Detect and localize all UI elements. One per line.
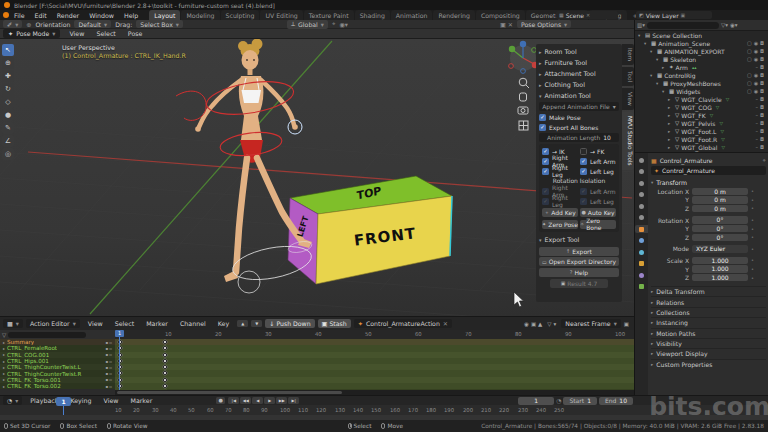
properties-tab[interactable] [635,248,648,256]
tool-button[interactable]: ● [2,109,14,121]
viewport-menu-item[interactable]: Select [91,29,120,38]
playhead-line[interactable] [119,330,120,390]
tool-button[interactable]: ⊕ [2,57,14,69]
workspace-tab[interactable]: Rendering [433,10,475,20]
keyframe-area[interactable]: 102030405060708090100 [115,330,634,396]
append-animation-file-dropdown[interactable]: Append Animation File▾ [539,102,619,111]
orientation-dropdown[interactable]: Default▾ [74,20,111,28]
outliner-editor-icon[interactable]: ▥▾ [637,22,645,28]
collapsed-panel-header[interactable]: ▸ Instancing [651,317,766,327]
menu-item[interactable]: Window [84,11,119,20]
channel-toggle-icons[interactable]: ▪▫ [106,352,113,357]
iso-limb-checkbox[interactable]: ✓Left Leg [580,196,616,206]
transport-button[interactable]: ▶ [264,397,275,404]
channel-expander-icon[interactable]: ▸ [3,352,5,357]
animate-decorator-icon[interactable]: • [751,205,754,211]
end-frame-field[interactable]: End10 [599,397,633,405]
dope-sheet-menu-item[interactable]: Key [213,319,234,328]
channel-expander-icon[interactable]: ▸ [3,377,5,382]
pin-icon[interactable]: ⌖ [763,156,766,164]
animate-decorator-icon[interactable]: • [751,246,754,252]
collapsed-panel-header[interactable]: ▸ Visibility [651,338,766,348]
outliner-row[interactable]: ▸ ▽ WGT_COG ▽ –◘ [635,103,768,111]
tool-button[interactable]: ◇ [2,96,14,108]
section-furniture-tool[interactable]: ▸Furniture Tool [539,57,619,68]
properties-tab[interactable] [635,271,648,279]
scene-selector[interactable]: ▦ Scene ✕ [556,11,618,19]
channel-toggle-icons[interactable]: ▪▫ [106,346,113,351]
channel-toggle-icons[interactable]: ▪▫ [106,340,113,345]
channel-expander-icon[interactable]: ▸ [3,359,5,364]
section-animation-tool[interactable]: ▾Animation Tool [539,90,619,101]
timeline-ruler[interactable]: 1020304050607080901001101201301401501601… [0,405,768,415]
outliner-filter-icon[interactable]: ▽▾ [721,22,728,28]
channel-expander-icon[interactable]: ▸ [3,371,5,376]
keyframe-diamond[interactable] [162,358,168,364]
overlay-toggle-icon[interactable]: ▣ ✕ [500,21,513,28]
value-field[interactable]: 0 m [692,205,748,212]
transport-button[interactable]: ◀◀ [240,397,251,404]
add-key-button[interactable]: ＋Add Key [542,208,578,217]
to-fk-checkbox[interactable]: ✓→ FK [580,146,616,156]
animate-decorator-icon[interactable]: • [751,266,754,272]
animate-decorator-icon[interactable]: • [751,217,754,223]
sidebar-tab[interactable]: MVU Studio Tools [622,112,634,170]
keyframe-row[interactable] [115,383,634,389]
visibility-icons[interactable]: –◘ [756,112,766,118]
auto-key-button[interactable]: ●Auto Key [580,208,616,217]
snap-mode-dropdown[interactable]: Nearest Frame▾ [561,319,620,328]
properties-tab[interactable] [635,260,648,268]
properties-tab[interactable] [635,214,648,222]
transport-button[interactable]: ◀ [252,397,263,404]
zero-bone-button[interactable]: ✧Zero Bone [580,220,616,229]
outliner-row[interactable]: ▸ ▽ WGT_FK ▽ –◘ [635,111,768,119]
outliner-row[interactable]: ▾ ▦ ANIMATION_EXPORT ▢◉◘ [635,47,768,55]
visibility-icons[interactable]: ▢◉◘ [747,88,766,94]
unlink-icon[interactable]: ✕ [586,12,590,18]
dope-sheet-ruler[interactable]: 102030405060708090100 [115,330,634,339]
channel-row[interactable]: ▸ CTRL_FK_Torso.002 ▪▫ [0,383,115,389]
animate-decorator-icon[interactable]: • [751,188,754,194]
keyframe-diamond[interactable] [162,383,168,389]
visibility-icons[interactable]: –◘ [756,104,766,110]
outliner-display-mode-icon[interactable]: ◉▾ [730,22,738,28]
channel-toggle-icons[interactable]: ▪▫ [106,359,113,364]
channel-toggle-icons[interactable]: ▪▫ [106,371,113,376]
workspace-tab[interactable]: Texture Paint [304,10,354,20]
visibility-icons[interactable]: ▢◉◘ [747,48,766,54]
action-editor-mode-dropdown[interactable]: Action Editor▾ [26,319,80,328]
tool-button[interactable]: ↖ [2,44,14,56]
value-field[interactable]: XYZ Euler [692,245,748,252]
outliner-row[interactable]: ▾ ▦ ProxyMeshBones ▢◉◘ [635,79,768,87]
visibility-icons[interactable]: ▢◉◘ [747,56,766,62]
outliner-row[interactable]: ▸ ▽ WGT_Pelvis ▽ –◘ [635,119,768,127]
keyframe-diamond[interactable] [162,352,168,358]
viewport-menu-item[interactable]: View [64,29,89,38]
snap-and-proportional-icons[interactable]: ◉▣▲ [524,321,544,327]
channel-expander-icon[interactable]: ▸ [3,365,5,370]
auto-keying-toggle[interactable]: ● [216,397,225,404]
workspace-tab[interactable]: UV Editing [260,10,302,20]
channel-toggle-icons[interactable]: ▪▫ [106,384,113,389]
expander-icon[interactable]: ▸ [668,113,673,118]
pivot-icon[interactable]: ⊕ [26,21,31,28]
properties-tab[interactable] [635,237,648,245]
properties-tab[interactable] [635,168,648,176]
timeline-editor-type-dropdown[interactable]: ◔▾ [3,396,22,405]
drag-mode-dropdown[interactable]: Select Box▾ [136,20,183,28]
visibility-icons[interactable]: –◘ [756,96,766,102]
dope-sheet-menu-item[interactable]: Channel [175,319,211,328]
start-frame-field[interactable]: Start1 [563,397,597,405]
visibility-icons[interactable]: ▢◉◘ [747,80,766,86]
outliner-row[interactable]: ▾ ▤ Scene Collection [635,31,768,39]
collapsed-panel-header[interactable]: ▸ Motion Paths [651,328,766,338]
timeline-menu-item[interactable]: View [99,396,124,405]
playhead-frame-badge[interactable]: 1 [115,330,124,337]
section-export-tool[interactable]: ▾Export Tool [539,234,619,245]
tool-button[interactable]: ✎ [2,122,14,134]
animate-decorator-icon[interactable]: • [751,226,754,232]
channel-toggle-icons[interactable]: ▪▫ [106,365,113,370]
section-attachment-tool[interactable]: ▸Attachment Tool [539,68,619,79]
expander-icon[interactable]: ▾ [662,89,667,94]
expander-icon[interactable]: ▸ [668,97,673,102]
